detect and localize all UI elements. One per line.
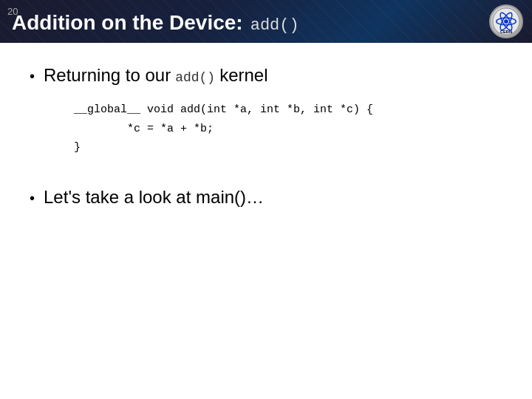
bullet-1-dot: • bbox=[30, 66, 35, 86]
code-line-1: __global__ void add(int *a, int *b, int … bbox=[74, 100, 502, 120]
code-block: __global__ void add(int *a, int *b, int … bbox=[74, 100, 502, 157]
svg-point-4 bbox=[504, 19, 508, 24]
bullet-1-text-code: add() bbox=[175, 70, 215, 85]
code-line-2: *c = *a + *b; bbox=[74, 120, 502, 139]
bullet-2-text-content: Let's take a look at main()… bbox=[44, 187, 264, 208]
header-bar: 20 Addition on the Device: add() CERN bbox=[0, 0, 532, 43]
header-title-code: add() bbox=[250, 16, 299, 35]
header-title: Addition on the Device: add() bbox=[12, 8, 299, 35]
bullet-1-text-before: Returning to our bbox=[44, 65, 171, 86]
bullet-1-text-after: kernel bbox=[219, 65, 267, 86]
bullet-2: • Let's take a look at main()… bbox=[30, 187, 502, 208]
bullet-1: • Returning to our add() kernel bbox=[30, 65, 502, 86]
bullet-1-text: Returning to our add() kernel bbox=[44, 65, 268, 86]
bullet-2-dot: • bbox=[30, 188, 35, 208]
slide-number: 20 bbox=[7, 6, 18, 17]
svg-text:CERN: CERN bbox=[500, 30, 512, 34]
slide-container: 20 Addition on the Device: add() CERN • … bbox=[0, 0, 532, 399]
content-area: • Returning to our add() kernel __global… bbox=[0, 43, 532, 237]
cern-logo: CERN bbox=[489, 4, 523, 38]
bullet-2-text: Let's take a look at main()… bbox=[44, 187, 264, 208]
code-line-3: } bbox=[74, 138, 502, 157]
header-title-main: Addition on the Device: bbox=[12, 11, 243, 35]
